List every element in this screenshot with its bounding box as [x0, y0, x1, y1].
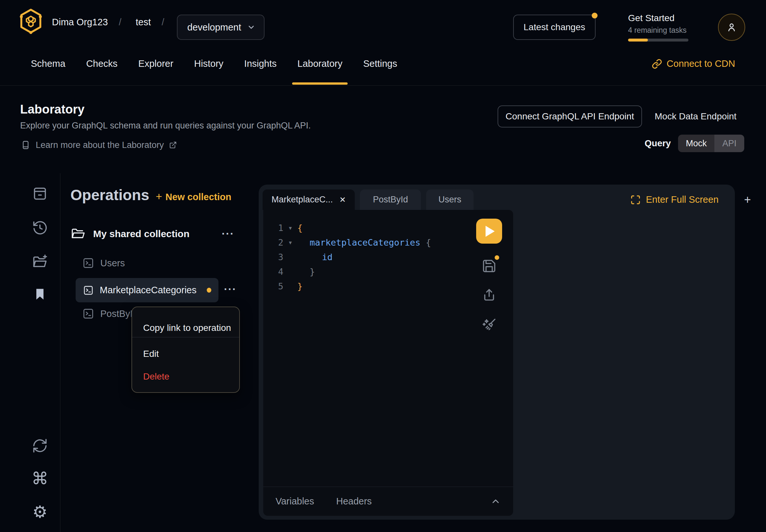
menu-item-copy-link[interactable]: Copy link to operation [143, 323, 231, 333]
tab-insights[interactable]: Insights [244, 42, 276, 85]
chevron-down-icon [247, 23, 255, 31]
line-number: 3 [263, 252, 283, 262]
editor-tab-label: MarketplaceC... [271, 195, 333, 205]
connect-to-cdn-link[interactable]: Connect to CDN [652, 42, 735, 85]
editor-panel: MarketplaceC... ✕ PostById Users + Enter… [259, 185, 735, 520]
folder-open-icon [70, 226, 85, 241]
save-icon [482, 259, 497, 273]
get-started-progress-fill [628, 39, 648, 42]
collapse-panel-button[interactable] [491, 496, 501, 507]
code-token: id [297, 252, 333, 262]
laboratory-workspace: ⌘ ⚙ Operations + New collection My share… [0, 172, 766, 532]
latest-changes-label: Latest changes [524, 22, 585, 32]
connect-graphql-endpoint-button[interactable]: Connect GraphQL API Endpoint [498, 105, 642, 127]
tab-checks[interactable]: Checks [86, 42, 117, 85]
person-icon [726, 21, 737, 33]
new-collection-label: New collection [165, 192, 231, 202]
run-query-button[interactable] [476, 219, 502, 244]
editor-tab-label: Users [439, 195, 462, 205]
environment-select[interactable]: development [177, 15, 264, 40]
editor-tab-postbyid[interactable]: PostById [360, 189, 421, 210]
editor-tab-marketplacecategories[interactable]: MarketplaceC... ✕ [262, 189, 355, 210]
save-operation-button[interactable] [482, 259, 497, 273]
get-started-widget[interactable]: Get Started 4 remaining tasks [628, 13, 688, 42]
learn-more-label: Learn more about the Laboratory [36, 140, 164, 150]
fold-toggle-icon[interactable]: ▾ [283, 224, 297, 231]
rail-new-collection-icon[interactable] [31, 253, 48, 270]
learn-more-link[interactable]: Learn more about the Laboratory [21, 139, 177, 151]
breadcrumb-org[interactable]: Dima Org123 [52, 17, 108, 28]
variables-tab[interactable]: Variables [275, 496, 314, 507]
external-link-icon [169, 141, 177, 149]
line-number: 2 [263, 237, 283, 248]
user-avatar[interactable] [718, 14, 745, 41]
operation-item-users[interactable]: Users [82, 257, 125, 269]
operation-icon [82, 257, 94, 269]
operation-item-postbyid[interactable]: PostById [82, 308, 138, 320]
code-token: { [420, 237, 431, 248]
collection-menu-button[interactable]: ··· [222, 231, 234, 237]
headers-tab[interactable]: Headers [336, 496, 372, 507]
graphql-code-editor[interactable]: 1 ▾ { 2 ▾ marketplaceCategories { 3 id [263, 210, 513, 516]
query-mode-label: Query [645, 138, 671, 149]
rail-saved-collections-icon[interactable] [31, 286, 48, 303]
chevron-up-icon [491, 496, 501, 507]
operation-menu-button[interactable]: ··· [224, 286, 237, 293]
primary-nav: Schema Checks Explorer History Insights … [0, 42, 766, 86]
get-started-title: Get Started [628, 13, 688, 23]
editor-tab-users[interactable]: Users [426, 189, 474, 210]
editor-tab-label: PostById [373, 195, 408, 205]
tab-laboratory[interactable]: Laboratory [297, 42, 342, 85]
nav-tab-list: Schema Checks Explorer History Insights … [31, 42, 397, 85]
tab-schema[interactable]: Schema [31, 42, 65, 85]
get-started-subtitle: 4 remaining tasks [628, 26, 688, 35]
code-area[interactable]: 1 ▾ { 2 ▾ marketplaceCategories { 3 id [263, 221, 474, 294]
rail-settings-icon[interactable]: ⚙ [31, 503, 48, 520]
prettify-button[interactable] [481, 317, 497, 333]
share-operation-button[interactable] [482, 287, 497, 302]
close-tab-icon[interactable]: ✕ [339, 195, 346, 204]
breadcrumb-separator: / [162, 17, 164, 28]
code-line: 2 ▾ marketplaceCategories { [263, 235, 474, 250]
enter-fullscreen-button[interactable]: Enter Full Screen [630, 189, 719, 210]
line-number: 1 [263, 223, 283, 233]
breadcrumb-graph[interactable]: test [136, 17, 151, 28]
apollo-logo-icon[interactable] [19, 8, 43, 34]
top-bar: Dima Org123 / test / development Latest … [0, 0, 766, 42]
connect-to-cdn-label: Connect to CDN [667, 58, 735, 69]
plus-icon: + [156, 190, 162, 203]
fold-toggle-icon[interactable]: ▾ [283, 239, 297, 246]
graphos-studio-app: Dima Org123 / test / development Latest … [0, 0, 766, 532]
rail-sync-icon[interactable] [31, 437, 48, 454]
operation-item-marketplacecategories[interactable]: MarketplaceCategories [76, 278, 218, 302]
collection-header-row[interactable]: My shared collection ··· [70, 226, 234, 241]
share-icon [482, 287, 497, 302]
query-mode-row: Query Mock API [645, 135, 744, 152]
code-token: marketplaceCategories [297, 237, 420, 248]
menu-item-delete[interactable]: Delete [143, 371, 169, 382]
add-tab-button[interactable]: + [738, 189, 757, 210]
query-mode-toggle[interactable]: Mock API [678, 135, 744, 152]
tab-history[interactable]: History [194, 42, 223, 85]
rail-documentation-icon[interactable] [31, 185, 48, 202]
code-token: } [297, 267, 315, 277]
unsaved-changes-dot [207, 288, 211, 293]
menu-item-edit[interactable]: Edit [143, 349, 159, 359]
operations-panel: Operations + New collection My shared co… [60, 172, 259, 532]
toggle-option-api[interactable]: API [714, 135, 744, 152]
broom-sparkles-icon [481, 317, 497, 333]
tab-settings[interactable]: Settings [363, 42, 397, 85]
new-collection-button[interactable]: + New collection [156, 190, 231, 203]
rail-history-icon[interactable] [31, 219, 48, 236]
menu-divider [132, 337, 239, 337]
code-token: } [297, 281, 302, 291]
operation-label: MarketplaceCategories [100, 285, 196, 296]
fullscreen-icon [630, 195, 641, 205]
play-icon [486, 226, 495, 237]
rail-shortcuts-icon[interactable]: ⌘ [31, 470, 48, 487]
mock-data-endpoint-button[interactable]: Mock Data Endpoint [655, 105, 736, 127]
latest-changes-button[interactable]: Latest changes [513, 15, 596, 40]
toggle-option-mock[interactable]: Mock [678, 135, 715, 152]
environment-select-value: development [187, 22, 241, 33]
tab-explorer[interactable]: Explorer [138, 42, 173, 85]
